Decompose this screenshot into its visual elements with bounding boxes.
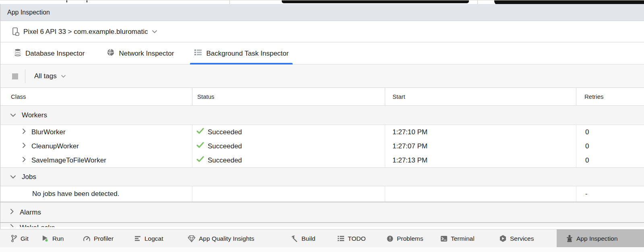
app-inspection-robot-icon [566,235,573,243]
check-icon [196,156,204,165]
tool-button-logcat[interactable]: Logcat [134,229,163,248]
tool-button-profiler[interactable]: Profiler [83,229,114,248]
check-icon [196,128,204,136]
chevron-down-icon[interactable] [10,111,16,119]
stop-square-icon[interactable] [12,73,18,79]
worker-start-time: 1:27:13 PM [385,153,576,167]
app-inspection-panel: App Inspection Pixel 6 API 33 > com.exam… [0,0,644,252]
tool-button-label: Services [510,235,534,242]
chevron-down-icon [61,72,66,80]
globe-icon [107,48,115,58]
group-row-alarms[interactable]: Alarms [0,202,644,223]
occluded-top-strip [0,0,644,4]
bottom-strip [0,247,644,252]
panel-title: App Inspection [7,9,50,16]
chevron-right-icon[interactable] [22,128,26,136]
table-row[interactable]: CleanupWorker Succeeded 1:27:07 PM 0 [0,139,644,153]
tool-button-build[interactable]: Build [291,229,315,248]
services-hexagon-icon [499,235,507,242]
terminal-icon [440,235,448,242]
worker-start-time: 1:27:10 PM [385,125,576,139]
group-name: Workers [22,111,47,119]
profiler-gauge-icon [83,235,91,242]
column-header-start[interactable]: Start [385,88,576,105]
text-descender-fragment [87,0,87,2]
worker-status: Succeeded [208,128,242,136]
worker-status: Succeeded [208,156,242,165]
table-header-row: Class Status Start Retries [0,88,644,106]
worker-status: Succeeded [208,142,242,150]
tool-button-app-inspection[interactable]: App Inspection [557,229,644,248]
tool-button-label: Terminal [451,235,475,242]
tool-button-label: Logcat [144,235,163,242]
task-list-icon [194,49,202,58]
worker-retries: 0 [576,139,644,153]
dark-ui-fragment [282,0,469,3]
chevron-right-icon[interactable] [10,208,14,217]
column-header-retries[interactable]: Retries [576,88,644,105]
tool-button-problems[interactable]: Problems [386,229,423,248]
database-icon [14,48,21,58]
device-selector-row: Pixel 6 API 33 > com.example.bluromatic [0,21,644,42]
bti-toolbar: All tags [0,65,644,88]
chevron-right-icon[interactable] [22,142,26,150]
tool-button-todo[interactable]: TODO [337,229,366,248]
run-play-icon [41,235,49,242]
tab-network-inspector[interactable]: Network Inspector [107,43,174,65]
group-row-jobs[interactable]: Jobs [0,167,644,186]
tool-button-label: Run [52,235,64,242]
todo-list-icon [337,235,345,242]
tool-button-services[interactable]: Services [499,229,534,248]
tab-label: Database Inspector [25,50,85,58]
chevron-right-icon[interactable] [22,156,26,165]
panel-left-border [0,4,0,229]
panel-header: App Inspection [0,4,644,21]
all-tags-label: All tags [34,72,57,80]
device-process-selector[interactable]: Pixel 6 API 33 > com.example.bluromatic [23,28,148,36]
chevron-right-icon[interactable] [10,224,14,227]
chevron-down-icon[interactable] [152,30,157,33]
group-row-wakelocks-partial[interactable]: WakeLocks [0,223,644,227]
tool-button-app-quality-insights[interactable]: App Quality Insights [188,229,254,248]
group-row-workers[interactable]: Workers [0,106,644,125]
toolbar-separator [25,69,25,83]
group-name: Alarms [20,208,41,217]
worker-retries: 0 [576,125,644,139]
tab-database-inspector[interactable]: Database Inspector [14,43,85,65]
tool-button-label: Profiler [94,235,114,242]
empty-jobs-retries: - [576,186,644,202]
group-name: Jobs [22,173,36,181]
all-tags-dropdown[interactable]: All tags [34,72,66,80]
check-icon [196,142,204,150]
tool-window-bar: Git Run Profiler [0,229,644,247]
worker-class-name: SaveImageToFileWorker [31,156,106,165]
tool-button-terminal[interactable]: Terminal [440,229,475,248]
empty-jobs-row: No jobs have been detected. - [0,186,644,202]
worker-class-name: BlurWorker [31,128,66,136]
table-row[interactable]: BlurWorker Succeeded 1:27:10 PM 0 [0,125,644,139]
tool-button-label: App Quality Insights [199,235,254,242]
tool-button-label: Problems [397,235,423,242]
tool-button-label: Build [301,235,315,242]
tab-label: Background Task Inspector [206,50,289,58]
device-icon [12,27,20,36]
chevron-down-icon[interactable] [10,173,16,181]
tab-label: Network Inspector [119,50,174,58]
git-branch-icon [10,235,17,242]
group-name: WakeLocks [20,224,55,227]
tool-button-label: TODO [348,235,366,242]
tab-background-task-inspector[interactable]: Background Task Inspector [190,43,293,65]
tool-button-git[interactable]: Git [10,229,29,248]
text-descender-fragment [66,0,67,2]
tool-button-run[interactable]: Run [41,229,64,248]
tool-button-label: Git [21,235,29,242]
column-header-status[interactable]: Status [192,88,385,105]
selected-tab-underline [190,63,293,65]
worker-start-time: 1:27:07 PM [385,139,576,153]
problems-exclamation-icon [386,235,394,242]
worker-retries: 0 [576,153,644,167]
task-table: Class Status Start Retries Workers BlurW… [0,88,644,227]
table-row[interactable]: SaveImageToFileWorker Succeeded 1:27:13 … [0,153,644,167]
tool-button-label: App Inspection [576,235,618,242]
column-header-class[interactable]: Class [0,88,192,105]
